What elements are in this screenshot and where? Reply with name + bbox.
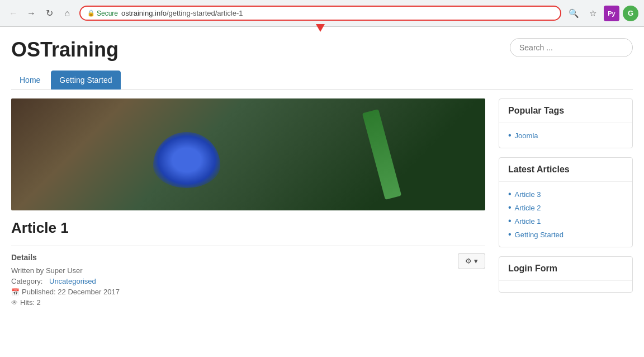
reload-button[interactable]: ↻ [41,6,57,21]
popular-tags-module: Popular Tags Joomla [499,98,633,148]
latest-articles-body: Article 3 Article 2 Article 1 Getting St… [499,182,632,247]
tag-joomla-link[interactable]: Joomla [515,131,538,140]
nav-bar: Home Getting Started [11,71,633,90]
address-bar[interactable]: 🔒 Secure ostraining.info/getting-started… [79,6,561,21]
written-by: Written by Super User [11,266,120,275]
nav-home[interactable]: Home [11,71,49,90]
details-section: Details Written by Super User Category: … [11,253,485,309]
py-label: Py [608,10,615,17]
dropdown-arrow: ▾ [474,257,478,265]
article3-link[interactable]: Article 3 [515,190,541,199]
details-divider [11,246,485,246]
search-input[interactable] [510,38,633,57]
article1-link[interactable]: Article 1 [515,217,541,226]
lock-icon: 🔒 [87,10,95,17]
forward-button[interactable]: → [23,6,39,21]
details-heading: Details [11,253,120,262]
url-path: /getting-started/article-1 [167,9,243,17]
gear-icon: ⚙ [465,257,472,265]
login-form-module: Login Form [499,256,633,293]
nav-getting-started[interactable]: Getting Started [51,71,120,90]
main-layout: Article 1 Details Written by Super User … [11,98,633,309]
article2-link[interactable]: Article 2 [515,204,541,212]
category-link[interactable]: Uncategorised [49,277,96,285]
calendar-icon: 📅 [11,288,20,296]
url-arrow-indicator [316,24,325,32]
latest-articles-title: Latest Articles [499,158,632,182]
login-form-body [499,281,632,292]
details-left: Details Written by Super User Category: … [11,253,120,309]
home-button[interactable]: ⌂ [59,6,75,21]
search-icon-button[interactable]: 🔍 [566,6,581,21]
list-item: Getting Started [508,228,623,241]
list-item: Article 1 [508,214,623,228]
published: 📅 Published: 22 December 2017 [11,288,120,296]
list-item: Joomla [508,129,623,142]
sidebar: Popular Tags Joomla Latest Articles Arti… [499,98,633,309]
popular-tags-title: Popular Tags [499,99,632,123]
nav-buttons: ← → ↻ ⌂ [6,6,75,21]
article-title: Article 1 [11,219,485,237]
address-url[interactable]: ostraining.info/getting-started/article-… [121,9,553,17]
py-extension-button[interactable]: Py [604,6,619,21]
login-form-title: Login Form [499,257,632,281]
profile-button[interactable]: G [623,6,638,21]
secure-label: Secure [97,10,118,17]
getting-started-link[interactable]: Getting Started [515,231,564,239]
eye-icon: 👁 [11,299,18,307]
list-item: Article 3 [508,187,623,201]
latest-articles-list: Article 3 Article 2 Article 1 Getting St… [508,187,623,241]
site-title: OSTraining [11,38,119,62]
url-domain: ostraining.info [121,9,167,17]
category: Category: Uncategorised [11,277,120,285]
content-area: Article 1 Details Written by Super User … [11,98,485,309]
popular-tags-list: Joomla [508,129,623,142]
gear-dropdown-button[interactable]: ⚙ ▾ [458,253,485,269]
secure-badge: 🔒 Secure [87,10,118,17]
profile-initial: G [628,9,633,17]
back-button[interactable]: ← [6,6,21,21]
browser-chrome: ← → ↻ ⌂ 🔒 Secure ostraining.info/getting… [0,0,644,27]
site-header: OSTraining [11,38,633,62]
list-item: Article 2 [508,201,623,214]
popular-tags-body: Joomla [499,123,632,148]
hits: 👁 Hits: 2 [11,298,120,307]
article-image [11,98,485,210]
page-wrapper: OSTraining Home Getting Started Article … [0,27,644,309]
latest-articles-module: Latest Articles Article 3 Article 2 Arti… [499,157,633,247]
browser-icons: 🔍 ☆ Py G [566,6,638,21]
bookmark-icon-button[interactable]: ☆ [585,6,600,21]
